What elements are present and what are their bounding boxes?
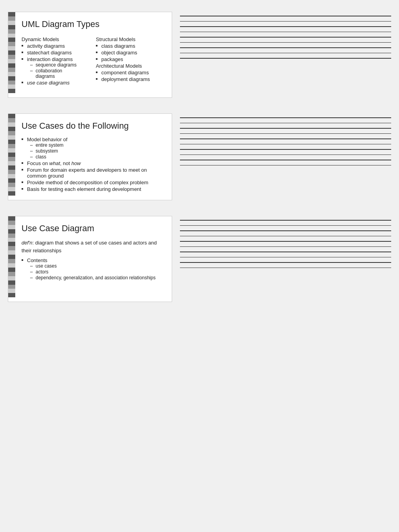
line [180,123,391,124]
slide-1-content: UML Diagram Types Dynamic Models activit… [19,12,172,93]
slide-bar-2 [8,114,15,200]
list-item: use cases [30,263,166,269]
bar-seg [8,174,15,178]
line [180,26,391,27]
bar-seg [8,289,15,293]
bar-seg [8,263,15,268]
defn-text: def'n: diagram that shows a set of use c… [22,239,166,254]
line [180,262,391,263]
bar-seg [8,255,15,259]
slide-row-1: UML Diagram Types Dynamic Models activit… [8,12,391,98]
bar-seg [8,55,15,59]
bar-seg [8,72,15,76]
bar-seg [8,93,15,97]
dynamic-models-list: activity diagrams statechart diagrams in… [22,43,92,86]
bar-seg [8,122,15,127]
lines-panel-3 [180,216,391,268]
line [180,246,391,247]
line [180,32,391,32]
slide-row-2: Use Cases do the Following Model behavio… [8,113,391,200]
line [180,230,391,231]
bar-seg [8,196,15,200]
bar-seg [8,242,15,246]
list-item: actors [30,269,166,275]
list-item: use case diagrams [22,80,92,86]
slide-bar-1 [8,12,15,97]
bar-seg [8,16,15,21]
list-item: activity diagrams [22,43,92,49]
bar-seg [8,178,15,183]
bar-seg [8,183,15,187]
slide-1-columns: Dynamic Models activity diagrams statech… [22,35,166,86]
list-item: dependency, generalization, and associat… [30,275,166,280]
line [180,42,391,43]
bar-seg [8,50,15,55]
slide-1-title: UML Diagram Types [22,19,166,29]
use-case-diagram-list: Contents use cases actors dependency, ge… [22,257,166,280]
bar-seg [8,140,15,144]
line [180,138,391,139]
list-item: deployment diagrams [96,76,166,82]
bar-seg [8,25,15,29]
list-item: entire system [30,142,166,148]
line [180,252,391,252]
model-behavior-sublist: entire system subsystem class [30,142,166,160]
slide-2-content: Use Cases do the Following Model behavio… [19,114,172,200]
bar-seg [8,81,15,85]
bar-seg [8,89,15,93]
slide-2-title: Use Cases do the Following [22,121,166,131]
slide-1-right-col: Structural Models class diagrams object … [96,35,166,86]
line [180,268,391,268]
bar-seg [8,161,15,165]
list-item: class diagrams [96,43,166,49]
list-item: collaborationdiagrams [30,68,92,79]
bar-seg [8,127,15,131]
bar-seg [8,135,15,140]
slide-3-content: Use Case Diagram def'n: diagram that sho… [19,216,172,288]
bar-seg [8,63,15,68]
list-item: interaction diagrams sequence diagrams c… [22,56,92,79]
list-item: statechart diagrams [22,50,92,56]
slide-card-1: UML Diagram Types Dynamic Models activit… [8,12,172,98]
bar-seg [8,165,15,170]
bar-seg [8,38,15,42]
list-item: Provide method of decomposition of compl… [22,180,166,185]
bar-seg [8,59,15,63]
bar-seg [8,148,15,153]
bar-seg [8,238,15,242]
bar-seg [8,21,15,25]
bar-seg [8,131,15,135]
slide-3-title: Use Case Diagram [22,223,166,234]
line [180,236,391,237]
slide-1-left-col: Dynamic Models activity diagrams statech… [22,35,92,86]
use-cases-list: Model behavior of entire system subsyste… [22,137,166,192]
line [180,117,391,118]
list-item: class [30,154,166,160]
lines-panel-1 [180,12,391,59]
line [180,149,391,150]
list-item: Model behavior of entire system subsyste… [22,137,166,160]
line [180,257,391,258]
bar-seg [8,191,15,196]
line [180,144,391,145]
bar-seg [8,268,15,272]
bar-seg [8,259,15,263]
arch-models-label: Architectural Models [96,63,166,69]
dynamic-models-label: Dynamic Models [22,36,92,42]
interaction-sublist: sequence diagrams collaborationdiagrams [30,62,92,79]
defn-label: def'n [22,240,32,246]
bar-seg [8,280,15,285]
bar-seg [8,76,15,81]
bar-seg [8,293,15,297]
list-item: Basis for testing each element during de… [22,186,166,192]
bar-seg [8,170,15,174]
bar-seg [8,157,15,161]
list-item: sequence diagrams [30,62,92,68]
bar-seg [8,118,15,122]
bar-seg [8,34,15,38]
bar-seg [8,246,15,250]
bar-seg [8,250,15,255]
bar-seg [8,221,15,225]
list-item: object diagrams [96,50,166,56]
bar-seg [8,12,15,16]
